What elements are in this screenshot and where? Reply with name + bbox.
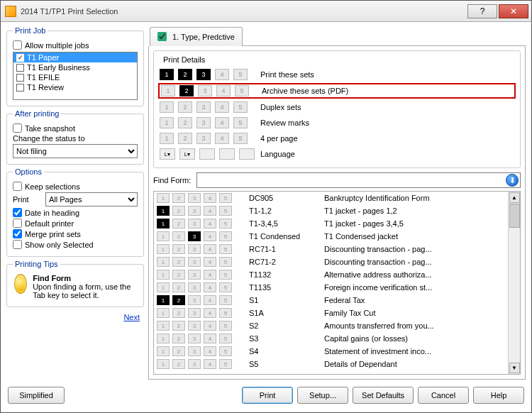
row-set-toggle-3[interactable]: 3 — [188, 206, 201, 216]
set-toggle-2[interactable]: 2 — [178, 69, 192, 80]
keep-selections[interactable]: Keep selections — [13, 182, 138, 191]
row-set-toggle-5[interactable]: 5 — [219, 219, 232, 228]
row-set-toggle-2[interactable]: 2 — [172, 321, 185, 331]
table-row[interactable]: 12345S4Statement of investment inco... — [154, 345, 508, 358]
setup-button[interactable]: Setup... — [297, 387, 348, 404]
row-set-toggle-2[interactable]: 2 — [172, 282, 185, 292]
help-button[interactable]: Help — [473, 387, 524, 404]
scroll-up-button[interactable]: ▲ — [509, 192, 520, 203]
set-toggle-3[interactable]: 3 — [196, 101, 211, 113]
row-set-toggle-2[interactable]: 2 — [172, 257, 185, 267]
tab-type-predictive[interactable]: 1. Type, Predctive — [150, 27, 243, 46]
simplified-button[interactable]: Simplified — [8, 387, 65, 404]
show-only-selected-checkbox[interactable] — [13, 240, 22, 249]
row-set-toggle-3[interactable]: 3 — [188, 282, 201, 292]
set-toggle-1[interactable]: 1 — [160, 133, 174, 144]
job-checkbox[interactable] — [16, 84, 24, 92]
row-set-toggle-3[interactable]: 3 — [188, 346, 201, 356]
row-set-toggle-3[interactable]: 3 — [188, 231, 201, 241]
row-set-toggle-4[interactable]: 4 — [204, 270, 216, 280]
help-button[interactable]: ? — [467, 4, 497, 18]
date-in-heading-checkbox[interactable] — [13, 208, 22, 217]
table-row[interactable]: 12345S2Amounts transferred from you... — [154, 319, 508, 332]
keep-selections-checkbox[interactable] — [13, 182, 22, 191]
row-set-toggle-2[interactable]: 2 — [172, 295, 185, 305]
row-set-toggle-1[interactable]: 1 — [157, 231, 170, 241]
row-set-toggle-1[interactable]: 1 — [157, 334, 170, 343]
job-item[interactable]: T1 Review — [13, 82, 137, 92]
merge-print-sets[interactable]: Merge print sets — [13, 229, 138, 238]
row-set-toggle-3[interactable]: 3 — [188, 270, 201, 280]
row-set-toggle-4[interactable]: 4 — [204, 308, 216, 318]
row-set-toggle-5[interactable]: 5 — [219, 359, 232, 369]
set-toggle-1[interactable]: 1 — [161, 85, 175, 97]
table-row[interactable]: 12345RC71-2Discounting transaction - pag… — [154, 255, 508, 268]
table-row[interactable]: 12345DC905Bankruptcy Identification Form — [154, 192, 508, 204]
row-set-toggle-4[interactable]: 4 — [204, 359, 216, 369]
set-toggle-3[interactable]: 3 — [196, 133, 211, 144]
row-set-toggle-1[interactable]: 1 — [157, 308, 170, 318]
table-row[interactable]: 12345T1135Foreign income verification st… — [154, 281, 508, 294]
row-set-toggle-2[interactable]: 2 — [172, 206, 185, 216]
set-toggle-5[interactable]: 5 — [233, 117, 248, 128]
job-item[interactable]: ✓T1 Paper — [13, 53, 137, 62]
table-row[interactable]: 12345S1Federal Tax — [154, 294, 508, 307]
set-toggle-2[interactable]: 2 — [178, 133, 192, 144]
set-defaults-button[interactable]: Set Defaults — [353, 387, 414, 404]
show-only-selected[interactable]: Show only Selected — [13, 240, 138, 249]
row-set-toggle-1[interactable]: 1 — [157, 346, 170, 356]
set-toggle-3[interactable]: 3 — [196, 117, 211, 128]
set-toggle-1[interactable]: 1 — [160, 101, 174, 113]
table-row[interactable]: 12345T1-1,2T1 jacket - pages 1,2 — [154, 204, 508, 217]
job-checkbox[interactable]: ✓ — [16, 54, 24, 62]
take-snapshot-checkbox[interactable] — [13, 123, 22, 133]
row-set-toggle-4[interactable]: 4 — [204, 257, 216, 267]
job-item[interactable]: T1 Early Business — [13, 62, 137, 72]
row-set-toggle-1[interactable]: 1 — [157, 270, 170, 280]
row-set-toggle-2[interactable]: 2 — [172, 244, 185, 254]
default-printer[interactable]: Default printer — [13, 219, 138, 228]
set-toggle-1[interactable]: 1 — [160, 69, 174, 80]
row-set-toggle-1[interactable]: 1 — [157, 193, 170, 203]
set-toggle-3[interactable]: 3 — [196, 69, 211, 80]
row-set-toggle-5[interactable]: 5 — [219, 257, 232, 267]
row-set-toggle-4[interactable]: 4 — [204, 334, 216, 343]
set-toggle-5[interactable]: 5 — [233, 133, 248, 144]
print-button[interactable]: Print — [242, 387, 293, 404]
set-toggle-2[interactable]: 2 — [178, 117, 192, 128]
row-set-toggle-5[interactable]: 5 — [219, 270, 232, 280]
job-checkbox[interactable] — [16, 64, 24, 72]
row-set-toggle-2[interactable]: 2 — [172, 231, 185, 241]
set-toggle-4[interactable]: 4 — [215, 69, 229, 80]
row-set-toggle-3[interactable]: 3 — [188, 219, 201, 228]
tab-checkbox[interactable] — [157, 32, 167, 41]
row-set-toggle-5[interactable]: 5 — [219, 193, 232, 203]
set-toggle-4[interactable]: 4 — [215, 101, 229, 113]
merge-print-sets-checkbox[interactable] — [13, 229, 22, 238]
row-set-toggle-5[interactable]: 5 — [219, 295, 232, 305]
row-set-toggle-3[interactable]: 3 — [188, 334, 201, 343]
row-set-toggle-5[interactable]: 5 — [219, 282, 232, 292]
set-toggle-4[interactable]: 4 — [216, 85, 231, 97]
table-row[interactable]: 12345RC71-1Discounting transaction - pag… — [154, 243, 508, 255]
row-set-toggle-5[interactable]: 5 — [219, 308, 232, 318]
status-select[interactable]: Not filing — [13, 144, 138, 158]
row-set-toggle-1[interactable]: 1 — [157, 206, 170, 216]
scroll-down-button[interactable]: ▼ — [509, 363, 520, 373]
row-set-toggle-2[interactable]: 2 — [172, 219, 185, 228]
row-set-toggle-3[interactable]: 3 — [188, 257, 201, 267]
set-toggle-3[interactable]: 3 — [198, 85, 212, 97]
row-set-toggle-4[interactable]: 4 — [204, 219, 216, 228]
row-set-toggle-2[interactable]: 2 — [172, 359, 185, 369]
job-listbox[interactable]: ✓T1 PaperT1 Early BusinessT1 EFILET1 Rev… — [13, 52, 138, 100]
scroll-thumb[interactable] — [509, 204, 520, 228]
row-set-toggle-4[interactable]: 4 — [204, 346, 216, 356]
row-set-toggle-1[interactable]: 1 — [157, 219, 170, 228]
row-set-toggle-5[interactable]: 5 — [219, 231, 232, 241]
row-set-toggle-2[interactable]: 2 — [172, 308, 185, 318]
row-set-toggle-5[interactable]: 5 — [219, 244, 232, 254]
job-checkbox[interactable] — [16, 74, 24, 82]
row-set-toggle-5[interactable]: 5 — [219, 206, 232, 216]
row-set-toggle-1[interactable]: 1 — [157, 244, 170, 254]
row-set-toggle-5[interactable]: 5 — [219, 334, 232, 343]
